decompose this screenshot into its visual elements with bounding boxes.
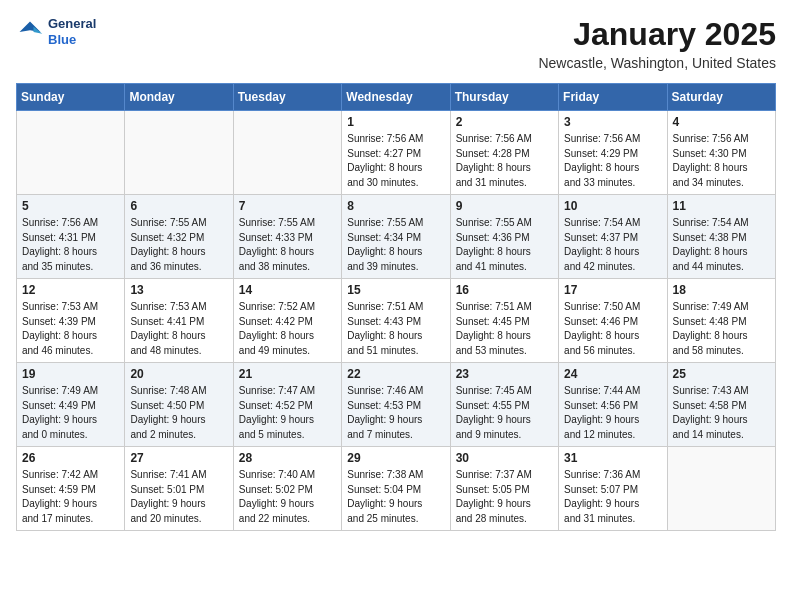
day-number: 27 (130, 451, 227, 465)
calendar-cell: 18Sunrise: 7:49 AM Sunset: 4:48 PM Dayli… (667, 279, 775, 363)
logo: General Blue (16, 16, 96, 47)
weekday-header-wednesday: Wednesday (342, 84, 450, 111)
day-number: 13 (130, 283, 227, 297)
day-number: 18 (673, 283, 770, 297)
calendar-cell: 15Sunrise: 7:51 AM Sunset: 4:43 PM Dayli… (342, 279, 450, 363)
day-number: 2 (456, 115, 553, 129)
calendar-cell (17, 111, 125, 195)
logo-icon (16, 18, 44, 46)
day-content: Sunrise: 7:54 AM Sunset: 4:38 PM Dayligh… (673, 216, 770, 274)
day-content: Sunrise: 7:38 AM Sunset: 5:04 PM Dayligh… (347, 468, 444, 526)
day-number: 3 (564, 115, 661, 129)
day-number: 12 (22, 283, 119, 297)
logo-text: General Blue (48, 16, 96, 47)
day-content: Sunrise: 7:51 AM Sunset: 4:45 PM Dayligh… (456, 300, 553, 358)
day-content: Sunrise: 7:56 AM Sunset: 4:31 PM Dayligh… (22, 216, 119, 274)
calendar-cell: 31Sunrise: 7:36 AM Sunset: 5:07 PM Dayli… (559, 447, 667, 531)
day-content: Sunrise: 7:50 AM Sunset: 4:46 PM Dayligh… (564, 300, 661, 358)
calendar-cell: 23Sunrise: 7:45 AM Sunset: 4:55 PM Dayli… (450, 363, 558, 447)
day-content: Sunrise: 7:49 AM Sunset: 4:49 PM Dayligh… (22, 384, 119, 442)
calendar-cell: 30Sunrise: 7:37 AM Sunset: 5:05 PM Dayli… (450, 447, 558, 531)
day-number: 29 (347, 451, 444, 465)
day-content: Sunrise: 7:46 AM Sunset: 4:53 PM Dayligh… (347, 384, 444, 442)
location: Newcastle, Washington, United States (538, 55, 776, 71)
calendar-cell: 9Sunrise: 7:55 AM Sunset: 4:36 PM Daylig… (450, 195, 558, 279)
day-number: 25 (673, 367, 770, 381)
day-number: 4 (673, 115, 770, 129)
day-number: 30 (456, 451, 553, 465)
calendar-table: SundayMondayTuesdayWednesdayThursdayFrid… (16, 83, 776, 531)
day-number: 15 (347, 283, 444, 297)
day-number: 19 (22, 367, 119, 381)
calendar-cell: 13Sunrise: 7:53 AM Sunset: 4:41 PM Dayli… (125, 279, 233, 363)
day-content: Sunrise: 7:43 AM Sunset: 4:58 PM Dayligh… (673, 384, 770, 442)
day-content: Sunrise: 7:48 AM Sunset: 4:50 PM Dayligh… (130, 384, 227, 442)
weekday-header-saturday: Saturday (667, 84, 775, 111)
calendar-cell: 5Sunrise: 7:56 AM Sunset: 4:31 PM Daylig… (17, 195, 125, 279)
day-content: Sunrise: 7:55 AM Sunset: 4:34 PM Dayligh… (347, 216, 444, 274)
calendar-cell: 2Sunrise: 7:56 AM Sunset: 4:28 PM Daylig… (450, 111, 558, 195)
logo-line2: Blue (48, 32, 96, 48)
calendar-cell: 3Sunrise: 7:56 AM Sunset: 4:29 PM Daylig… (559, 111, 667, 195)
day-content: Sunrise: 7:56 AM Sunset: 4:27 PM Dayligh… (347, 132, 444, 190)
week-row-2: 5Sunrise: 7:56 AM Sunset: 4:31 PM Daylig… (17, 195, 776, 279)
calendar-cell: 1Sunrise: 7:56 AM Sunset: 4:27 PM Daylig… (342, 111, 450, 195)
calendar-cell: 29Sunrise: 7:38 AM Sunset: 5:04 PM Dayli… (342, 447, 450, 531)
day-number: 22 (347, 367, 444, 381)
page-header: General Blue January 2025 Newcastle, Was… (16, 16, 776, 71)
calendar-cell (125, 111, 233, 195)
day-content: Sunrise: 7:47 AM Sunset: 4:52 PM Dayligh… (239, 384, 336, 442)
day-content: Sunrise: 7:54 AM Sunset: 4:37 PM Dayligh… (564, 216, 661, 274)
day-content: Sunrise: 7:36 AM Sunset: 5:07 PM Dayligh… (564, 468, 661, 526)
day-content: Sunrise: 7:49 AM Sunset: 4:48 PM Dayligh… (673, 300, 770, 358)
calendar-cell: 26Sunrise: 7:42 AM Sunset: 4:59 PM Dayli… (17, 447, 125, 531)
day-content: Sunrise: 7:53 AM Sunset: 4:41 PM Dayligh… (130, 300, 227, 358)
day-content: Sunrise: 7:55 AM Sunset: 4:32 PM Dayligh… (130, 216, 227, 274)
week-row-5: 26Sunrise: 7:42 AM Sunset: 4:59 PM Dayli… (17, 447, 776, 531)
day-content: Sunrise: 7:56 AM Sunset: 4:29 PM Dayligh… (564, 132, 661, 190)
day-number: 7 (239, 199, 336, 213)
day-number: 24 (564, 367, 661, 381)
calendar-cell: 21Sunrise: 7:47 AM Sunset: 4:52 PM Dayli… (233, 363, 341, 447)
day-content: Sunrise: 7:42 AM Sunset: 4:59 PM Dayligh… (22, 468, 119, 526)
day-content: Sunrise: 7:41 AM Sunset: 5:01 PM Dayligh… (130, 468, 227, 526)
day-content: Sunrise: 7:44 AM Sunset: 4:56 PM Dayligh… (564, 384, 661, 442)
calendar-cell: 28Sunrise: 7:40 AM Sunset: 5:02 PM Dayli… (233, 447, 341, 531)
day-number: 23 (456, 367, 553, 381)
calendar-cell (667, 447, 775, 531)
day-content: Sunrise: 7:56 AM Sunset: 4:30 PM Dayligh… (673, 132, 770, 190)
calendar-cell: 25Sunrise: 7:43 AM Sunset: 4:58 PM Dayli… (667, 363, 775, 447)
calendar-cell: 22Sunrise: 7:46 AM Sunset: 4:53 PM Dayli… (342, 363, 450, 447)
calendar-cell: 16Sunrise: 7:51 AM Sunset: 4:45 PM Dayli… (450, 279, 558, 363)
day-number: 21 (239, 367, 336, 381)
day-content: Sunrise: 7:40 AM Sunset: 5:02 PM Dayligh… (239, 468, 336, 526)
day-content: Sunrise: 7:51 AM Sunset: 4:43 PM Dayligh… (347, 300, 444, 358)
title-block: January 2025 Newcastle, Washington, Unit… (538, 16, 776, 71)
day-number: 6 (130, 199, 227, 213)
day-number: 1 (347, 115, 444, 129)
day-number: 26 (22, 451, 119, 465)
calendar-cell: 11Sunrise: 7:54 AM Sunset: 4:38 PM Dayli… (667, 195, 775, 279)
calendar-cell: 8Sunrise: 7:55 AM Sunset: 4:34 PM Daylig… (342, 195, 450, 279)
weekday-header-friday: Friday (559, 84, 667, 111)
day-content: Sunrise: 7:55 AM Sunset: 4:33 PM Dayligh… (239, 216, 336, 274)
calendar-cell: 12Sunrise: 7:53 AM Sunset: 4:39 PM Dayli… (17, 279, 125, 363)
day-content: Sunrise: 7:55 AM Sunset: 4:36 PM Dayligh… (456, 216, 553, 274)
day-number: 17 (564, 283, 661, 297)
week-row-4: 19Sunrise: 7:49 AM Sunset: 4:49 PM Dayli… (17, 363, 776, 447)
day-number: 31 (564, 451, 661, 465)
day-number: 5 (22, 199, 119, 213)
day-number: 10 (564, 199, 661, 213)
calendar-cell: 14Sunrise: 7:52 AM Sunset: 4:42 PM Dayli… (233, 279, 341, 363)
weekday-header-thursday: Thursday (450, 84, 558, 111)
calendar-cell: 4Sunrise: 7:56 AM Sunset: 4:30 PM Daylig… (667, 111, 775, 195)
day-number: 11 (673, 199, 770, 213)
calendar-cell (233, 111, 341, 195)
day-number: 28 (239, 451, 336, 465)
day-content: Sunrise: 7:52 AM Sunset: 4:42 PM Dayligh… (239, 300, 336, 358)
calendar-cell: 20Sunrise: 7:48 AM Sunset: 4:50 PM Dayli… (125, 363, 233, 447)
day-number: 20 (130, 367, 227, 381)
day-number: 16 (456, 283, 553, 297)
day-content: Sunrise: 7:45 AM Sunset: 4:55 PM Dayligh… (456, 384, 553, 442)
calendar-cell: 10Sunrise: 7:54 AM Sunset: 4:37 PM Dayli… (559, 195, 667, 279)
